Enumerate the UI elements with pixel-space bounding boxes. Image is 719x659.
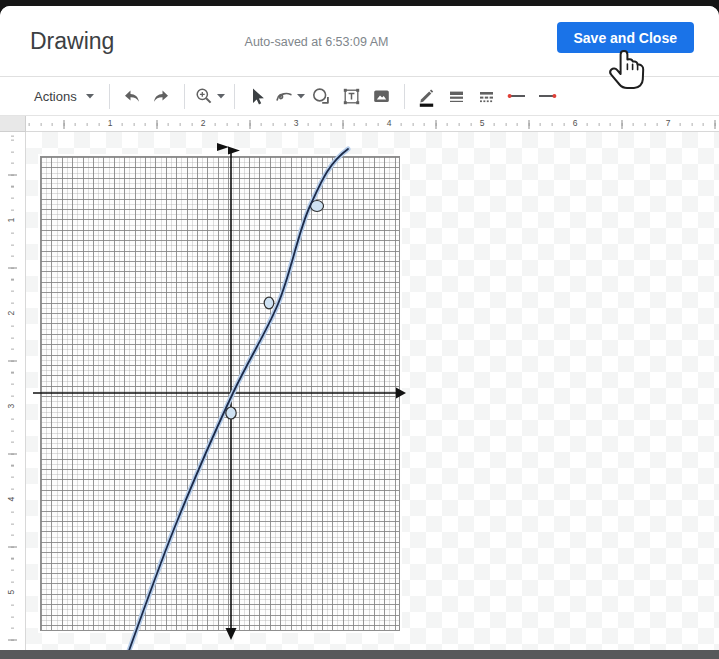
chevron-down-icon xyxy=(297,94,305,99)
save-and-close-button[interactable]: Save and Close xyxy=(557,22,695,53)
v-ruler-number: 2 xyxy=(6,305,16,321)
text-box-button[interactable] xyxy=(339,83,365,109)
zoom-button[interactable] xyxy=(194,83,225,109)
curve-halo xyxy=(126,149,348,659)
text-box-icon xyxy=(341,86,362,106)
y-axis-top-arrow xyxy=(228,147,240,155)
toolbar: Actions xyxy=(0,77,719,116)
v-ruler-number: 1 xyxy=(6,212,16,228)
v-ruler: 12345 xyxy=(0,132,26,659)
drawing-canvas[interactable] xyxy=(26,132,719,659)
h-ruler-number: 2 xyxy=(199,118,208,128)
select-tool-button[interactable] xyxy=(244,83,270,109)
x-axis-arrow xyxy=(396,388,406,399)
editor-body: 12345 xyxy=(0,132,719,659)
v-ruler-number: 4 xyxy=(6,491,16,507)
line-tool-button[interactable] xyxy=(274,83,305,109)
undo-button[interactable] xyxy=(119,83,145,109)
drawing-dialog: Drawing Auto-saved at 6:53:09 AM Save an… xyxy=(0,6,719,659)
curve-line[interactable] xyxy=(126,149,348,659)
line-weight-button[interactable] xyxy=(444,83,470,109)
y-axis-bottom-arrow xyxy=(226,628,237,640)
chevron-down-icon xyxy=(86,94,94,99)
h-ruler-number: 3 xyxy=(292,118,301,128)
v-ruler-number: 5 xyxy=(6,584,16,600)
redo-button[interactable] xyxy=(149,83,175,109)
shape-icon xyxy=(311,86,332,106)
zoom-icon xyxy=(194,86,214,106)
graph-overlay xyxy=(26,132,719,659)
toolbar-divider xyxy=(404,84,405,109)
line-start-icon xyxy=(505,86,529,106)
line-start-button[interactable] xyxy=(504,83,530,109)
h-ruler-number: 6 xyxy=(571,118,580,128)
h-ruler-half-ticks xyxy=(26,120,719,129)
line-dash-button[interactable] xyxy=(474,83,500,109)
scribble-line-icon xyxy=(274,86,294,106)
shape-tool-button[interactable] xyxy=(309,83,335,109)
actions-label: Actions xyxy=(34,89,77,104)
image-button[interactable] xyxy=(369,83,395,109)
line-color-button[interactable] xyxy=(414,83,440,109)
redo-icon xyxy=(151,86,172,106)
toolbar-divider xyxy=(184,84,185,109)
actions-menu-button[interactable]: Actions xyxy=(28,83,100,109)
line-color-icon xyxy=(416,86,437,107)
h-ruler-number: 1 xyxy=(106,118,115,128)
v-ruler-number: 3 xyxy=(6,398,16,414)
autosave-status: Auto-saved at 6:53:09 AM xyxy=(245,35,389,49)
dialog-header: Drawing Auto-saved at 6:53:09 AM Save an… xyxy=(0,6,719,77)
data-point-marker[interactable] xyxy=(226,407,236,419)
select-icon xyxy=(247,86,267,106)
undo-icon xyxy=(121,86,142,106)
toolbar-divider xyxy=(109,84,110,109)
image-icon xyxy=(371,86,392,106)
h-ruler-number: 5 xyxy=(478,118,487,128)
ruler-corner-box xyxy=(0,116,26,132)
chevron-down-icon xyxy=(217,94,225,99)
data-point-marker[interactable] xyxy=(264,297,274,309)
h-ruler-number: 7 xyxy=(664,118,673,128)
toolbar-divider xyxy=(234,84,235,109)
ruler-row: 1234567 xyxy=(0,116,719,132)
line-end-icon xyxy=(535,86,559,106)
line-dash-icon xyxy=(476,86,497,106)
h-ruler-number: 4 xyxy=(385,118,394,128)
y-axis-top-arrow xyxy=(217,143,229,151)
line-end-button[interactable] xyxy=(534,83,560,109)
bottom-window-bar xyxy=(0,650,719,659)
page-title: Drawing xyxy=(30,28,114,55)
h-ruler: 1234567 xyxy=(26,116,719,132)
line-weight-icon xyxy=(446,86,467,106)
